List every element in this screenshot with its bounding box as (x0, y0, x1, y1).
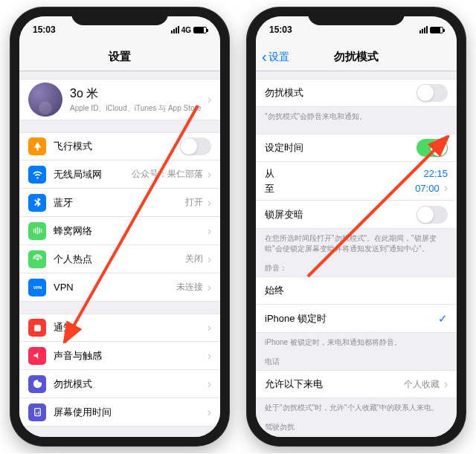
cell-label: 通知 (54, 321, 208, 334)
dnd-icon (28, 375, 46, 393)
svg-rect-4 (36, 413, 36, 415)
schedule-toggle[interactable] (416, 139, 448, 157)
silence-header: 静音： (256, 254, 457, 276)
page-title: 勿扰模式 (334, 50, 379, 64)
cell-label: 蓝牙 (54, 196, 185, 210)
network-label: 4G (181, 26, 191, 34)
clock: 15:03 (269, 25, 292, 35)
svg-point-0 (36, 258, 39, 261)
vpn-icon: VPN (28, 279, 46, 296)
chevron-right-icon: › (208, 350, 211, 362)
nav-bar: ‹ 设置 勿扰模式 (256, 43, 457, 71)
cell-label: 锁屏变暗 (265, 208, 416, 221)
user-sub: Apple ID、iCloud、iTunes 与 App Store (70, 103, 208, 114)
cell-wifi[interactable]: 无线局域网 公众号：果仁部落› (19, 160, 220, 189)
cell-label: 设定时间 (265, 141, 416, 155)
content[interactable]: 勿扰模式 "勿扰模式"会静音来电和通知。 设定时间 从22:15 至07:00›… (256, 71, 457, 437)
cell-hotspot[interactable]: 个人热点 关闭› (19, 245, 220, 273)
chevron-right-icon: › (208, 322, 211, 334)
signal-icon (419, 26, 428, 33)
dnd-note: "勿扰模式"会静音来电和通知。 (256, 107, 457, 122)
cell-dnd[interactable]: 勿扰模式 › (19, 370, 220, 398)
from-time: 22:15 (423, 166, 448, 181)
user-name: 3o 米 (70, 86, 208, 102)
dim-cell[interactable]: 锁屏变暗 (256, 201, 457, 229)
cell-label: 无线局域网 (54, 168, 132, 181)
allow-detail: 个人收藏 (404, 378, 440, 391)
svg-rect-3 (34, 409, 40, 416)
cell-bluetooth[interactable]: 蓝牙 打开› (19, 189, 220, 217)
schedule-cell[interactable]: 设定时间 (256, 134, 457, 162)
airplane-icon (28, 137, 46, 155)
cell-label: iPhone 锁定时 (265, 312, 438, 325)
battery-icon (193, 27, 207, 33)
cell-notif[interactable]: 通知 › (19, 314, 220, 342)
drive-header: 驾驶勿扰 (256, 413, 457, 435)
cell-detail: 公众号：果仁部落 (132, 168, 203, 181)
chevron-right-icon: › (444, 378, 448, 390)
bluetooth-icon (28, 194, 46, 212)
always-cell[interactable]: 始终 (256, 276, 457, 305)
apple-id-cell[interactable]: 3o 米 Apple ID、iCloud、iTunes 与 App Store … (19, 79, 220, 120)
svg-rect-5 (38, 412, 39, 415)
to-time: 07:00 (415, 181, 440, 196)
wifi-icon (28, 166, 46, 184)
avatar (28, 82, 62, 117)
back-button[interactable]: ‹ 设置 (262, 48, 289, 65)
clock: 15:03 (33, 25, 56, 35)
chevron-right-icon: › (208, 94, 211, 106)
cell-detail: 未连接 (176, 281, 203, 294)
notif-icon (28, 319, 46, 337)
screen-left: 15:03 4G 设置 3o 米 Apple ID、iCloud、iTunes … (19, 16, 220, 437)
cell-label: VPN (54, 282, 176, 293)
repeat-cell[interactable]: 重复来电 (256, 435, 457, 437)
hotspot-icon (28, 250, 46, 268)
cell-cellular[interactable]: 蜂窝网络 › (19, 217, 220, 245)
allow-cell[interactable]: 允许以下来电 个人收藏 › (256, 370, 457, 398)
cell-vpn[interactable]: VPN VPN 未连接› (19, 273, 220, 302)
chevron-right-icon: › (208, 378, 211, 390)
signal-icon (171, 26, 179, 33)
chevron-left-icon: ‹ (262, 48, 267, 65)
time-cell[interactable]: 从22:15 至07:00› (256, 162, 457, 201)
chevron-right-icon: › (208, 253, 211, 265)
dim-toggle[interactable] (416, 206, 448, 224)
screen-right: 15:03 ‹ 设置 勿扰模式 勿扰模式 "勿扰模式"会静音来电和通知。 (256, 16, 457, 437)
chevron-right-icon: › (208, 225, 211, 237)
cell-detail: 关闭 (185, 253, 203, 265)
cell-screentime[interactable]: 屏幕使用时间 › (19, 398, 220, 427)
notch (71, 7, 168, 25)
cell-detail: 打开 (185, 196, 203, 209)
phone-right: 15:03 ‹ 设置 勿扰模式 勿扰模式 "勿扰模式"会静音来电和通知。 (247, 7, 466, 446)
toggle[interactable] (180, 137, 211, 155)
screentime-icon (28, 403, 46, 421)
dim-note: 在您所选时间段打开"勿扰模式"。在此期间，"锁屏变暗"会使锁定屏幕变暗并将通知发… (256, 229, 457, 254)
chevron-right-icon: › (208, 406, 211, 418)
cell-label: 屏幕使用时间 (54, 406, 208, 419)
battery-icon (430, 27, 443, 33)
cell-label: 勿扰模式 (265, 86, 416, 100)
cell-airplane[interactable]: 飞行模式 (19, 132, 220, 160)
locked-cell[interactable]: iPhone 锁定时 ✓ (256, 305, 457, 333)
locked-note: iPhone 被锁定时，来电和通知都将静音。 (256, 333, 457, 348)
check-icon: ✓ (438, 312, 448, 325)
cell-label: 允许以下来电 (265, 377, 404, 391)
cell-label: 飞行模式 (54, 140, 180, 153)
phone-left: 15:03 4G 设置 3o 米 Apple ID、iCloud、iTunes … (10, 7, 229, 446)
dnd-cell[interactable]: 勿扰模式 (256, 79, 457, 107)
cell-label: 声音与触感 (54, 349, 208, 363)
allow-note: 处于"勿扰模式"时，允许"个人收藏"中的联系人来电。 (256, 398, 457, 413)
page-title: 设置 (109, 50, 131, 64)
nav-bar: 设置 (19, 43, 220, 71)
phone-header: 电话 (256, 348, 457, 370)
dnd-toggle[interactable] (416, 84, 448, 102)
content[interactable]: 3o 米 Apple ID、iCloud、iTunes 与 App Store … (19, 71, 220, 437)
sound-icon (28, 347, 46, 365)
notch (308, 7, 405, 25)
cell-sound[interactable]: 声音与触感 › (19, 342, 220, 370)
cellular-icon (28, 222, 46, 240)
to-label: 至 (265, 181, 274, 196)
chevron-right-icon: › (208, 282, 211, 294)
chevron-right-icon: › (444, 182, 448, 194)
cell-label: 始终 (265, 284, 448, 297)
